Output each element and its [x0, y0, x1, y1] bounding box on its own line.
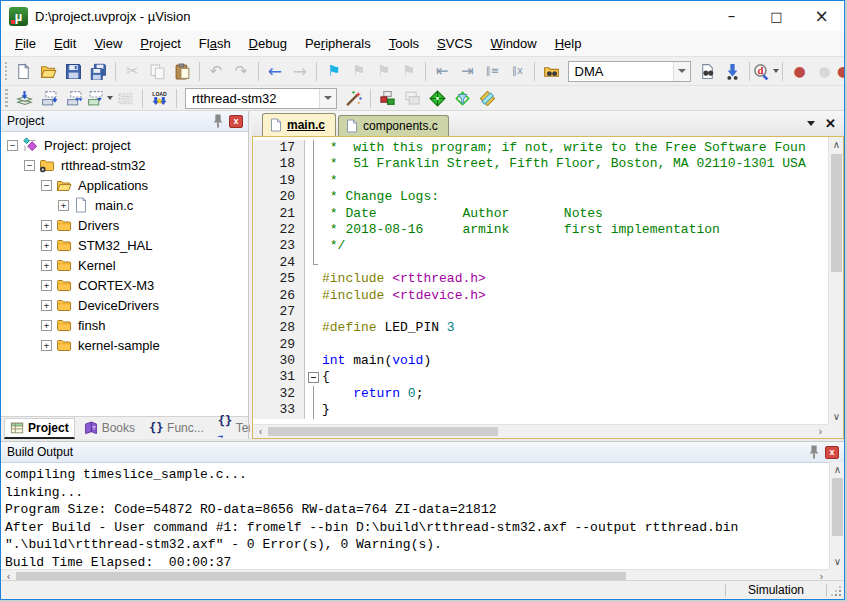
clear-bookmarks-button[interactable]: ⚑: [396, 60, 421, 82]
tree-item-devicedrivers[interactable]: +DeviceDrivers: [1, 295, 248, 315]
previous-bookmark-button[interactable]: ⚑: [346, 60, 371, 82]
expand-toggle[interactable]: +: [41, 220, 52, 231]
expand-toggle[interactable]: +: [41, 280, 52, 291]
editor-tab-main-c[interactable]: main.c: [262, 113, 336, 136]
panel-tab-project[interactable]: Project: [4, 418, 75, 439]
editor-body[interactable]: 17 * with this program; if not, write to…: [252, 136, 844, 439]
indent-button[interactable]: ⇥: [455, 60, 480, 82]
expand-toggle[interactable]: +: [41, 320, 52, 331]
tree-item-kernel-sample[interactable]: +kernel-sample: [1, 335, 248, 355]
maximize-button[interactable]: □: [754, 1, 799, 31]
scroll-up-icon[interactable]: ∧: [830, 462, 845, 477]
chevron-down-icon[interactable]: [673, 62, 690, 81]
translate-button[interactable]: [12, 87, 37, 109]
minimize-button[interactable]: –: [709, 1, 754, 31]
menu-debug[interactable]: Debug: [240, 33, 296, 54]
expand-toggle[interactable]: −: [41, 180, 52, 191]
tree-item-kernel[interactable]: +Kernel: [1, 255, 248, 275]
menu-svcs[interactable]: SVCS: [428, 33, 481, 54]
find-in-files-dialog-button[interactable]: [695, 60, 720, 82]
scroll-right-icon[interactable]: ›: [813, 425, 828, 438]
scrollbar-thumb[interactable]: [268, 427, 498, 436]
insert-bookmark-button[interactable]: ⚑: [321, 60, 346, 82]
save-all-button[interactable]: [86, 60, 111, 82]
build-output-close-button[interactable]: x: [824, 445, 840, 460]
build-output-log[interactable]: compiling timeslice_sample.c...linking..…: [1, 462, 829, 569]
editor-tab-components-c[interactable]: components.c: [338, 115, 449, 136]
editor-vertical-scrollbar[interactable]: ∧ ∨: [828, 137, 843, 424]
toggle-breakpoint-button[interactable]: ●: [787, 60, 812, 82]
file-extensions-button[interactable]: [400, 87, 425, 109]
expand-toggle[interactable]: −: [7, 140, 18, 151]
pin-icon[interactable]: [210, 114, 226, 129]
component-viewer-button[interactable]: [375, 87, 400, 109]
tree-item-finsh[interactable]: +finsh: [1, 315, 248, 335]
scroll-down-icon[interactable]: ∨: [830, 554, 845, 569]
options-for-target-button[interactable]: [341, 87, 366, 109]
menu-help[interactable]: Help: [546, 33, 591, 54]
tree-item-drivers[interactable]: +Drivers: [1, 215, 248, 235]
cut-button[interactable]: ✂: [120, 60, 145, 82]
editor-horizontal-scrollbar[interactable]: ‹ ›: [253, 424, 828, 438]
scrollbar-thumb[interactable]: [832, 478, 843, 536]
menu-tools[interactable]: Tools: [380, 33, 428, 54]
scroll-down-icon[interactable]: ∨: [829, 409, 844, 424]
copy-button[interactable]: [145, 60, 170, 82]
menu-project[interactable]: Project: [131, 33, 189, 54]
start-debug-session-button[interactable]: d: [753, 60, 778, 82]
find-in-files-button[interactable]: [539, 60, 564, 82]
menu-peripherals[interactable]: Peripherals: [296, 33, 380, 54]
toolbar-grip[interactable]: [5, 89, 8, 107]
kill-all-breakpoints-button[interactable]: ●: [837, 60, 844, 82]
scroll-up-icon[interactable]: ∧: [829, 137, 844, 152]
navigate-back-button[interactable]: ←: [262, 60, 287, 82]
tree-item-project-project[interactable]: −Project: project: [1, 135, 248, 155]
tree-item-applications[interactable]: −Applications: [1, 175, 248, 195]
incremental-find-button[interactable]: [720, 60, 745, 82]
open-button[interactable]: [36, 60, 61, 82]
expand-toggle[interactable]: −: [24, 160, 35, 171]
menu-window[interactable]: Window: [481, 33, 545, 54]
comment-button[interactable]: ∥≡: [480, 60, 505, 82]
pack-installer-button[interactable]: [475, 87, 500, 109]
next-bookmark-button[interactable]: ⚑: [371, 60, 396, 82]
target-select-combo[interactable]: rtthread-stm32: [185, 88, 337, 109]
tree-item-rtthread-stm32[interactable]: −rtthread-stm32: [1, 155, 248, 175]
tab-list-menu-icon[interactable]: [807, 121, 815, 126]
batch-build-button[interactable]: [87, 87, 113, 109]
menu-flash[interactable]: Flash: [190, 33, 240, 54]
undo-button[interactable]: ↶: [204, 60, 229, 82]
rebuild-button[interactable]: [62, 87, 87, 109]
pin-icon[interactable]: [806, 445, 822, 460]
new-button[interactable]: [11, 60, 36, 82]
paste-button[interactable]: [170, 60, 195, 82]
resize-grip[interactable]: [827, 581, 844, 599]
expand-toggle[interactable]: +: [41, 260, 52, 271]
expand-toggle[interactable]: +: [58, 200, 69, 211]
expand-toggle[interactable]: +: [41, 300, 52, 311]
menu-file[interactable]: File: [6, 33, 45, 54]
toolbar-grip[interactable]: [5, 62, 7, 80]
find-text-combo[interactable]: DMA: [568, 61, 691, 82]
panel-tab-books[interactable]: ?Books: [79, 419, 140, 437]
fold-toggle[interactable]: [305, 369, 322, 385]
chevron-down-icon[interactable]: [319, 89, 336, 108]
scrollbar-thumb[interactable]: [831, 154, 842, 272]
runtime-environment-button[interactable]: [425, 87, 450, 109]
output-vertical-scrollbar[interactable]: ∧ ∨: [829, 462, 844, 569]
close-button[interactable]: ×: [799, 1, 844, 31]
tree-item-cortex-m3[interactable]: +CORTEX-M3: [1, 275, 248, 295]
expand-toggle[interactable]: +: [41, 240, 52, 251]
select-packs-button[interactable]: [450, 87, 475, 109]
scroll-left-icon[interactable]: ‹: [253, 425, 268, 438]
uncomment-button[interactable]: ∥x: [505, 60, 530, 82]
project-tree[interactable]: −Project: project−rtthread-stm32−Applica…: [1, 132, 248, 416]
code-area[interactable]: 17 * with this program; if not, write to…: [253, 137, 828, 424]
unindent-button[interactable]: ⇤: [430, 60, 455, 82]
tree-item-stm32-hal[interactable]: +STM32_HAL: [1, 235, 248, 255]
download-button[interactable]: LOAD: [147, 87, 172, 109]
disable-breakpoint-button[interactable]: ●: [812, 60, 837, 82]
close-document-icon[interactable]: ✕: [825, 117, 836, 130]
stop-build-button[interactable]: [113, 87, 138, 109]
project-panel-close-button[interactable]: x: [228, 114, 244, 129]
